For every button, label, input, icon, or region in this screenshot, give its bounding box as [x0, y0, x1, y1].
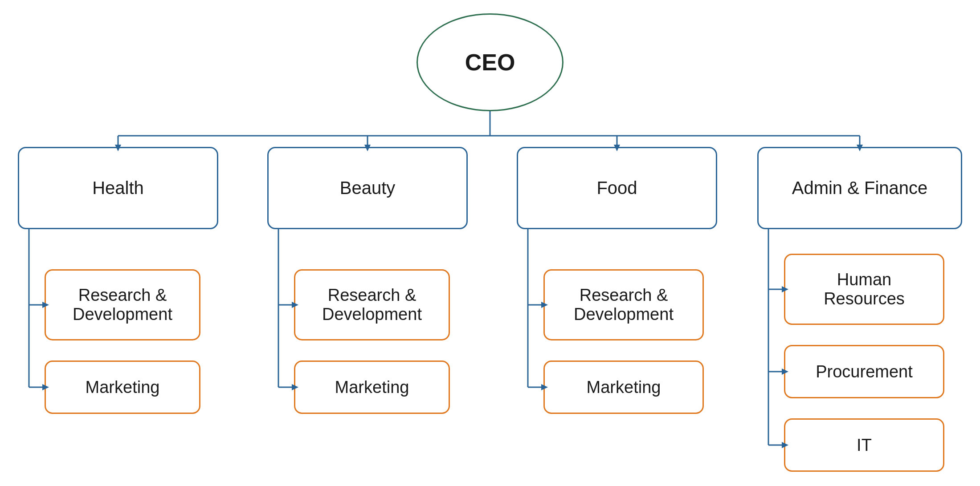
admin-it-box: IT	[784, 418, 944, 472]
beauty-box: Beauty	[267, 147, 468, 229]
org-chart: CEO Health Beauty Food Admin & Finance R…	[0, 0, 980, 486]
beauty-mkt-box: Marketing	[294, 360, 450, 414]
ceo-node: CEO	[416, 13, 564, 111]
ceo-label: CEO	[465, 49, 515, 76]
beauty-rd-box: Research &Development	[294, 269, 450, 340]
food-rd-box: Research &Development	[543, 269, 704, 340]
health-rd-box: Research &Development	[45, 269, 200, 340]
admin-proc-box: Procurement	[784, 345, 944, 398]
health-mkt-box: Marketing	[45, 360, 200, 414]
food-mkt-box: Marketing	[543, 360, 704, 414]
admin-hr-box: HumanResources	[784, 254, 944, 325]
food-box: Food	[517, 147, 717, 229]
health-box: Health	[18, 147, 218, 229]
admin-box: Admin & Finance	[757, 147, 962, 229]
